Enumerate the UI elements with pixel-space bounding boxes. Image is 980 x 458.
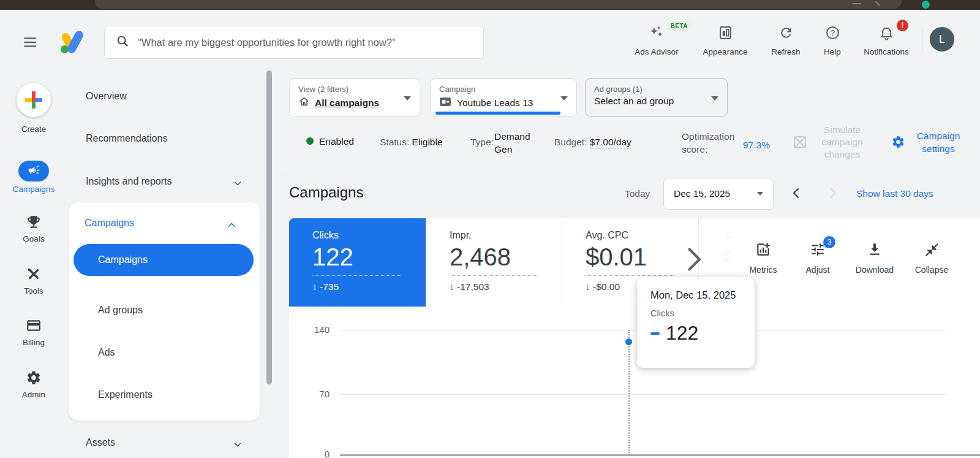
- simulate-disabled-icon: [792, 134, 808, 153]
- campaigns-subnav: Overview Recommendations Insights and re…: [67, 67, 282, 458]
- nav-campaigns-selected[interactable]: Campaigns: [74, 244, 254, 276]
- appearance-button[interactable]: Appearance: [696, 25, 755, 56]
- refresh-button[interactable]: Refresh: [761, 25, 810, 56]
- campaign-thumbnail-icon: [439, 96, 451, 110]
- rail-item-admin[interactable]: Admin: [0, 370, 67, 399]
- adgroup-filter-dropdown[interactable]: Ad groups (1) Select an ad group: [585, 78, 728, 116]
- scorecard-value: 2,468: [450, 243, 538, 276]
- nav-scrollbar[interactable]: [266, 71, 272, 384]
- left-rail: Create Campaigns Goals Tools Billing: [0, 67, 67, 458]
- rail-admin-label: Admin: [0, 390, 67, 399]
- scorecard-value: $0.01: [586, 243, 674, 276]
- nav-ads[interactable]: Ads: [98, 347, 115, 358]
- optimization-score-value[interactable]: 97.3%: [743, 140, 770, 151]
- notifications-label: Notifications: [856, 47, 917, 56]
- budget-value[interactable]: $7.00/day: [590, 137, 631, 148]
- view-filter-value: All campaigns: [315, 97, 379, 109]
- rail-item-tools[interactable]: Tools: [0, 267, 67, 296]
- nav-recommendations[interactable]: Recommendations: [86, 133, 167, 144]
- rail-item-billing[interactable]: Billing: [0, 318, 67, 347]
- main-menu-icon[interactable]: [22, 34, 38, 50]
- search-icon: [116, 34, 129, 50]
- scorecard-delta: -17,503: [450, 281, 562, 292]
- scorecard-clicks[interactable]: Clicks 122 -735: [289, 218, 426, 307]
- browser-chrome: [0, 0, 980, 10]
- campaign-filter-label: Campaign: [439, 85, 568, 94]
- scorecard-label: Clicks: [312, 230, 426, 241]
- budget: Budget: $7.00/day: [554, 137, 631, 148]
- adjust-label: Adjust: [790, 265, 846, 275]
- bell-icon: [879, 25, 894, 43]
- scorecard-label: Impr.: [450, 230, 562, 241]
- page-title: Campaigns: [289, 184, 363, 201]
- x-axis-line: [340, 454, 980, 456]
- campaign-settings-button[interactable]: Campaign settings: [908, 129, 969, 155]
- scorecard-impressions[interactable]: Impr. 2,468 -17,503: [426, 218, 562, 307]
- nav-assets[interactable]: Assets: [86, 437, 115, 448]
- refresh-icon: [778, 25, 794, 43]
- notifications-button[interactable]: ! Notifications: [856, 25, 917, 56]
- view-filter-dropdown[interactable]: View (2 filters) All campaigns: [289, 78, 420, 116]
- delta-value: -735: [320, 281, 339, 292]
- clicks-data-point[interactable]: [625, 338, 632, 345]
- status-eligible: Status: Eligible: [380, 137, 443, 148]
- rail-campaigns-label: Campaigns: [0, 185, 67, 194]
- enabled-dot-icon: [306, 137, 314, 145]
- beta-badge: BETA: [668, 21, 691, 31]
- chevron-down-icon[interactable]: [232, 177, 244, 192]
- home-icon: [298, 96, 310, 110]
- dropdown-caret-icon: [404, 96, 411, 101]
- next-day-button: [824, 185, 842, 202]
- type-value: Demand Gen: [494, 130, 538, 156]
- date-picker[interactable]: Dec 15, 2025: [663, 178, 774, 210]
- account-avatar[interactable]: L: [930, 27, 954, 52]
- nav-campaigns-group[interactable]: Campaigns: [85, 218, 134, 229]
- ads-advisor-button[interactable]: BETA Ads Advisor: [627, 25, 686, 56]
- show-last-30-days-link[interactable]: Show last 30 days: [856, 188, 933, 199]
- appearance-label: Appearance: [696, 47, 755, 56]
- rail-item-goals[interactable]: Goals: [0, 215, 67, 243]
- dropdown-caret-icon: [711, 96, 718, 101]
- optimization-score-label: Optimization score:: [682, 130, 742, 156]
- nav-ad-groups[interactable]: Ad groups: [98, 305, 143, 316]
- previous-day-button[interactable]: [789, 185, 806, 202]
- settings-gear-icon: [891, 135, 905, 151]
- campaign-status-enabled[interactable]: Enabled: [306, 136, 354, 147]
- adgroup-filter-label: Ad groups (1): [594, 85, 718, 94]
- delta-value: -$0.00: [593, 281, 620, 292]
- chevron-down-icon[interactable]: [232, 438, 244, 453]
- nav-overview[interactable]: Overview: [86, 91, 127, 102]
- download-label: Download: [846, 265, 903, 275]
- rail-tools-label: Tools: [0, 286, 67, 296]
- rail-item-campaigns[interactable]: Campaigns: [0, 161, 67, 194]
- window-minimize-icon[interactable]: [853, 3, 861, 4]
- ads-advisor-label: Ads Advisor: [627, 47, 686, 56]
- create-button[interactable]: Create: [0, 83, 67, 134]
- google-ads-app: BETA Ads Advisor Appearance Refresh ? He…: [0, 0, 980, 458]
- chevron-up-icon[interactable]: [225, 219, 238, 234]
- tooltip-series: Clicks: [650, 308, 755, 318]
- notification-alert-badge: !: [897, 20, 908, 31]
- status-value: Eligible: [412, 137, 443, 147]
- help-button[interactable]: ? Help: [808, 25, 857, 56]
- nav-insights-reports[interactable]: Insights and reports: [86, 176, 172, 187]
- svg-text:?: ?: [830, 28, 834, 37]
- adjust-button[interactable]: 3 Adjust: [790, 242, 846, 275]
- search-input[interactable]: [138, 37, 472, 48]
- date-prefix-label: Today: [625, 188, 650, 199]
- adgroup-filter-value: Select an ad group: [594, 96, 718, 107]
- enabled-label: Enabled: [319, 136, 354, 147]
- nav-experiments[interactable]: Experiments: [98, 389, 153, 400]
- download-button[interactable]: Download: [846, 242, 903, 275]
- browser-extension-icon[interactable]: [922, 1, 930, 9]
- next-metrics-chevron[interactable]: [682, 244, 706, 276]
- google-ads-logo[interactable]: [60, 31, 86, 54]
- active-tab-indicator: [435, 112, 560, 115]
- campaign-filter-dropdown[interactable]: Campaign Youtube Leads 13: [430, 78, 577, 116]
- gear-icon: [26, 370, 42, 388]
- collapse-button[interactable]: Collapse: [903, 242, 960, 275]
- browser-address-bar[interactable]: [95, 0, 902, 9]
- credit-card-icon: [26, 318, 42, 336]
- metrics-button[interactable]: Metrics: [735, 242, 791, 275]
- y-axis-tick-140: 140: [300, 324, 330, 335]
